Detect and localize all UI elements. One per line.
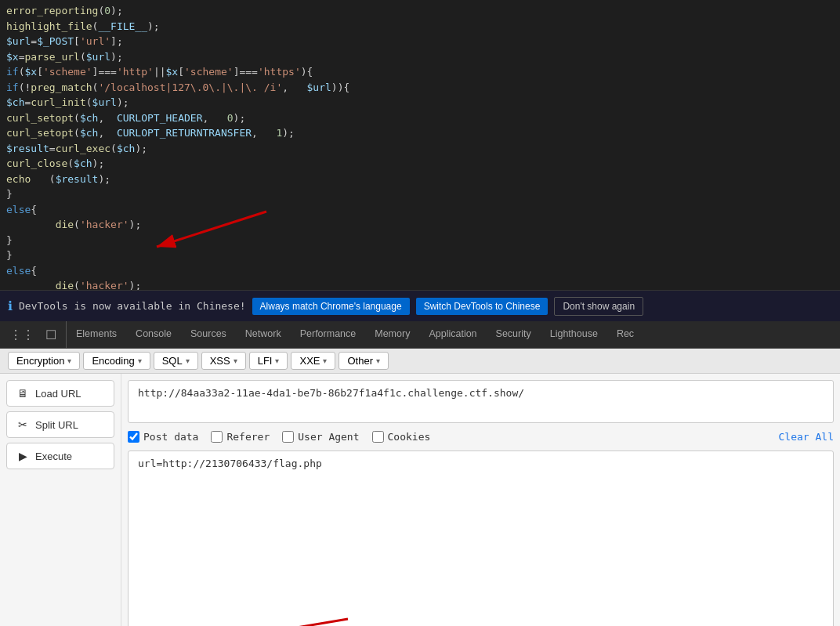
user-agent-checkbox[interactable] xyxy=(282,431,294,443)
lfi-dropdown[interactable]: LFI ▾ xyxy=(249,352,288,370)
tab-lighthouse[interactable]: Lighthouse xyxy=(541,321,607,348)
info-icon: ℹ xyxy=(8,299,13,313)
code-line: else{ xyxy=(6,263,834,279)
post-data-checkbox[interactable] xyxy=(128,431,139,443)
tool-toolbar: Encryption ▾ Encoding ▾ SQL ▾ XSS ▾ LFI … xyxy=(0,349,840,374)
load-url-icon: 🖥 xyxy=(15,385,31,401)
sql-label: SQL xyxy=(162,355,183,367)
xss-dropdown[interactable]: XSS ▾ xyxy=(201,352,246,370)
chevron-down-icon: ▾ xyxy=(186,356,190,365)
tab-security[interactable]: Security xyxy=(487,321,541,348)
code-line: highlight_file(__FILE__); xyxy=(6,19,834,34)
devtools-tab-bar: ⋮⋮ ☐ Elements Console Sources Network Pe… xyxy=(0,321,840,349)
tab-sources[interactable]: Sources xyxy=(181,321,236,348)
url-input-container[interactable] xyxy=(128,380,834,423)
cookies-checkbox-label[interactable]: Cookies xyxy=(372,431,431,443)
post-data-checkbox-label[interactable]: Post data xyxy=(128,431,198,443)
other-dropdown[interactable]: Other ▾ xyxy=(339,352,389,370)
xxe-label: XXE xyxy=(299,355,320,367)
tool-main: Post data Referer User Agent Cookies Cle… xyxy=(121,374,840,626)
code-line: $ch=curl_init($url); xyxy=(6,95,834,110)
split-url-button[interactable]: ✂ Split URL xyxy=(6,411,114,438)
encryption-dropdown[interactable]: Encryption ▾ xyxy=(8,352,80,370)
customize-icon[interactable]: ⋮⋮ xyxy=(6,326,38,344)
chevron-down-icon: ▾ xyxy=(138,356,142,365)
referer-checkbox[interactable] xyxy=(211,431,223,443)
lfi-label: LFI xyxy=(258,355,273,367)
tab-elements[interactable]: Elements xyxy=(67,321,126,348)
code-line: $url=$_POST['url']; xyxy=(6,34,834,49)
referer-checkbox-label[interactable]: Referer xyxy=(211,431,270,443)
post-data-area[interactable]: url=http://2130706433/flag.php xyxy=(128,451,834,626)
other-label: Other xyxy=(347,355,373,367)
code-line: curl_close($ch); xyxy=(6,156,834,172)
execute-button[interactable]: ▶ Execute xyxy=(6,443,114,469)
code-line: } xyxy=(6,233,834,248)
code-line: $x=parse_url($url); xyxy=(6,49,834,65)
load-url-label: Load URL xyxy=(35,388,81,400)
devtools-bar-text: DevTools is now available in Chinese! xyxy=(19,300,246,312)
split-url-label: Split URL xyxy=(35,419,78,431)
code-line: error_reporting(0); xyxy=(6,3,834,19)
xss-label: XSS xyxy=(210,355,230,367)
encryption-label: Encryption xyxy=(16,355,64,367)
sql-dropdown[interactable]: SQL ▾ xyxy=(154,352,198,370)
code-line: curl_setopt($ch, CURLOPT_RETURNTRANSFER,… xyxy=(6,125,834,141)
tab-network[interactable]: Network xyxy=(236,321,291,348)
chevron-down-icon: ▾ xyxy=(67,356,71,365)
action-sidebar: 🖥 Load URL ✂ Split URL ▶ Execute xyxy=(0,374,121,626)
tab-application[interactable]: Application xyxy=(419,321,486,348)
code-line: else{ xyxy=(6,202,834,218)
xxe-dropdown[interactable]: XXE ▾ xyxy=(291,352,335,370)
tool-panel: Encryption ▾ Encoding ▾ SQL ▾ XSS ▾ LFI … xyxy=(0,349,840,626)
encoding-label: Encoding xyxy=(92,355,134,367)
match-language-button[interactable]: Always match Chrome's language xyxy=(252,298,410,315)
url-input[interactable] xyxy=(138,387,824,399)
cookies-checkbox[interactable] xyxy=(372,431,384,443)
execute-label: Execute xyxy=(35,451,72,462)
switch-to-chinese-button[interactable]: Switch DevTools to Chinese xyxy=(416,298,549,315)
tab-icon-group: ⋮⋮ ☐ xyxy=(0,321,67,348)
user-agent-checkbox-label[interactable]: User Agent xyxy=(282,431,359,443)
dont-show-again-button[interactable]: Don't show again xyxy=(554,297,643,316)
code-line: if(!preg_match('/localhost|127\.0\.|\.|\… xyxy=(6,80,834,96)
user-agent-label: User Agent xyxy=(298,431,359,443)
code-line: } xyxy=(6,186,834,202)
chevron-down-icon: ▾ xyxy=(275,356,279,365)
code-line: if($x['scheme']==='http'||$x['scheme']==… xyxy=(6,64,834,80)
clear-all-link[interactable]: Clear All xyxy=(779,431,834,443)
execute-icon: ▶ xyxy=(15,448,31,464)
svg-line-3 xyxy=(199,619,348,626)
checkboxes-row: Post data Referer User Agent Cookies Cle… xyxy=(128,429,834,444)
post-data-value: url=http://2130706433/flag.php xyxy=(138,458,322,469)
code-line: $result=curl_exec($ch); xyxy=(6,141,834,157)
load-url-button[interactable]: 🖥 Load URL xyxy=(6,380,114,407)
split-url-icon: ✂ xyxy=(15,417,31,432)
tab-console[interactable]: Console xyxy=(126,321,181,348)
code-editor: error_reporting(0); highlight_file(__FIL… xyxy=(0,0,840,290)
post-data-label: Post data xyxy=(143,431,198,443)
chevron-down-icon: ▾ xyxy=(376,356,380,365)
code-line: echo ($result); xyxy=(6,172,834,187)
red-arrow-2 xyxy=(129,611,379,626)
tool-actions: 🖥 Load URL ✂ Split URL ▶ Execute xyxy=(0,374,840,626)
code-line: curl_setopt($ch, CURLOPT_HEADER, 0); xyxy=(6,110,834,126)
chevron-down-icon: ▾ xyxy=(323,356,327,365)
encoding-dropdown[interactable]: Encoding ▾ xyxy=(83,352,150,370)
code-line: die('hacker'); xyxy=(6,217,834,233)
referer-label: Referer xyxy=(226,431,270,443)
cookies-label: Cookies xyxy=(388,431,431,443)
devtools-notification-bar: ℹ DevTools is now available in Chinese! … xyxy=(0,290,840,321)
code-line: die('hacker'); xyxy=(6,278,834,290)
chevron-down-icon: ▾ xyxy=(234,356,237,365)
tab-memory[interactable]: Memory xyxy=(365,321,419,348)
tab-rec[interactable]: Rec xyxy=(607,321,643,348)
code-line: } xyxy=(6,248,834,263)
tab-performance[interactable]: Performance xyxy=(291,321,366,348)
device-icon[interactable]: ☐ xyxy=(42,326,60,344)
